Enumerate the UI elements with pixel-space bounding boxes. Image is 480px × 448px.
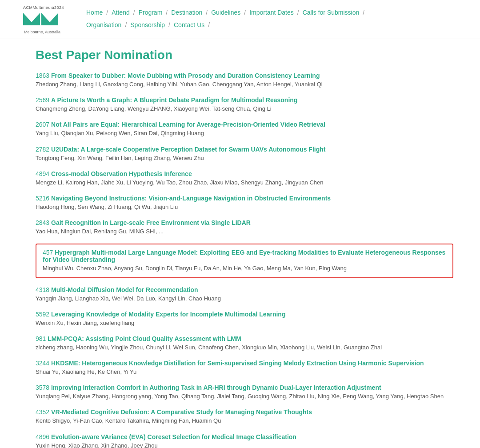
nav-area: Home/Attend/Program/Destination/Guidelin… xyxy=(84,4,366,29)
paper-title[interactable]: Multi-Modal Diffusion Model for Recommen… xyxy=(51,286,198,293)
paper-title[interactable]: Navigating Beyond Instructions: Vision-a… xyxy=(51,195,331,202)
nav-item-important-dates[interactable]: Important Dates xyxy=(248,8,296,17)
nav-item-sponsorship[interactable]: Sponsorship xyxy=(128,20,167,29)
paper-authors: Haodong Hong, Sen Wang, Zi Huang, Qi Wu,… xyxy=(36,203,453,211)
paper-entry: 4352 VR-Mediated Cognitive Defusion: A C… xyxy=(36,408,453,425)
paper-authors: Kento Shigyo, Yi-Fan Cao, Kentaro Takahi… xyxy=(36,417,453,425)
paper-title-line: 3578 Improving Interaction Comfort in Au… xyxy=(36,384,453,391)
logo-area: ACMMultimedia2024 Melbourne, Australia xyxy=(13,4,71,34)
paper-id: 4896 xyxy=(36,433,51,440)
nav-item-organisation[interactable]: Organisation xyxy=(84,20,123,29)
paper-title-line: 2843 Gait Recognition in Large-scale Fre… xyxy=(36,219,453,226)
paper-title-line: 4318 Multi-Modal Diffusion Model for Rec… xyxy=(36,286,453,293)
paper-entry: 2782 U2UData: A Large-scale Cooperative … xyxy=(36,146,453,162)
paper-title-line: 4894 Cross-modal Observation Hypothesis … xyxy=(36,170,453,177)
paper-title-line: 5216 Navigating Beyond Instructions: Vis… xyxy=(36,195,453,202)
paper-entry: 2843 Gait Recognition in Large-scale Fre… xyxy=(36,219,453,236)
paper-entry: 2607 Not All Pairs are Equal: Hierarchic… xyxy=(36,121,453,137)
nav-sep: / xyxy=(297,9,299,16)
nav-sep: / xyxy=(125,21,127,28)
logo-box: ACMMultimedia2024 xyxy=(22,4,62,29)
paper-entry: 3578 Improving Interaction Comfort in Au… xyxy=(36,384,453,400)
nav-sep: / xyxy=(363,9,364,16)
paper-title[interactable]: Evolution-aware VAriance (EVA) Coreset S… xyxy=(51,433,296,440)
paper-title-line: 4352 VR-Mediated Cognitive Defusion: A C… xyxy=(36,408,453,416)
paper-id: 2782 xyxy=(36,146,51,153)
paper-authors: Changmeng Zheng, DaYong Liang, Wengyu ZH… xyxy=(36,105,453,113)
paper-authors: Yuxin Hong, Xiao Zhang, Xin Zhang, Joey … xyxy=(36,442,453,448)
paper-id: 1863 xyxy=(36,72,51,79)
paper-title[interactable]: Leveraging Knowledge of Modality Experts… xyxy=(51,311,285,318)
paper-id: 2607 xyxy=(36,121,51,128)
nav-sep: / xyxy=(133,9,135,16)
nav-sep: / xyxy=(106,9,108,16)
paper-entry: 4894 Cross-modal Observation Hypothesis … xyxy=(36,170,453,187)
paper-title-line: 2607 Not All Pairs are Equal: Hierarchic… xyxy=(36,121,453,128)
header: ACMMultimedia2024 Melbourne, Australia H… xyxy=(0,0,480,39)
paper-title[interactable]: Improving Interaction Comfort in Authori… xyxy=(51,384,381,391)
paper-title[interactable]: VR-Mediated Cognitive Defusion: A Compar… xyxy=(51,408,312,416)
papers-list: 1863 From Speaker to Dubber: Movie Dubbi… xyxy=(36,72,453,448)
paper-entry: 2569 A Picture Is Worth a Graph: A Bluep… xyxy=(36,96,453,113)
paper-authors: zicheng zhang, Haoning Wu, Yingjie Zhou,… xyxy=(36,344,453,352)
nav-item-program[interactable]: Program xyxy=(137,8,164,17)
paper-id: 4318 xyxy=(36,286,51,293)
nav-row-2: Organisation/Sponsorship/Contact Us/ xyxy=(84,20,366,29)
paper-title-line: 4896 Evolution-aware VAriance (EVA) Core… xyxy=(36,433,453,440)
nav-sep: / xyxy=(166,9,168,16)
paper-title-line: 5592 Leveraging Knowledge of Modality Ex… xyxy=(36,311,453,318)
paper-id: 457 xyxy=(43,249,55,256)
nav-item-destination[interactable]: Destination xyxy=(169,8,204,17)
paper-title[interactable]: From Speaker to Dubber: Movie Dubbing wi… xyxy=(51,72,320,79)
paper-title-line: 457 Hypergraph Multi-modal Large Languag… xyxy=(43,249,446,263)
paper-id: 5216 xyxy=(36,195,51,202)
nav-sep: / xyxy=(168,21,170,28)
logo-mm-shapes xyxy=(23,10,62,25)
logo-m-right xyxy=(41,10,58,25)
paper-authors: Minghui Wu, Chenxu Zhao, Anyang Su, Dong… xyxy=(43,264,446,272)
acm-logo-text: ACMMultimedia2024 xyxy=(23,5,64,10)
main-content: Best Paper Nomination 1863 From Speaker … xyxy=(0,39,480,448)
paper-title-line: 2569 A Picture Is Worth a Graph: A Bluep… xyxy=(36,96,453,104)
paper-id: 4352 xyxy=(36,408,51,416)
nav-item-calls-for-submission[interactable]: Calls for Submission xyxy=(301,8,361,17)
paper-title[interactable]: Not All Pairs are Equal: Hierarchical Le… xyxy=(51,121,325,128)
paper-id: 5592 xyxy=(36,311,51,318)
paper-title-line: 3244 HKDSME: Heterogeneous Knowledge Dis… xyxy=(36,360,453,367)
nav-item-home[interactable]: Home xyxy=(84,8,104,17)
paper-entry: 5592 Leveraging Knowledge of Modality Ex… xyxy=(36,311,453,327)
paper-title[interactable]: LMM-PCQA: Assisting Point Cloud Quality … xyxy=(48,335,241,342)
paper-entry: 4896 Evolution-aware VAriance (EVA) Core… xyxy=(36,433,453,448)
logo-m-left xyxy=(23,10,40,25)
logo-subtitle: Melbourne, Australia xyxy=(24,30,60,34)
paper-title[interactable]: HKDSME: Heterogeneous Knowledge Distilla… xyxy=(51,360,424,367)
nav-sep: / xyxy=(244,9,246,16)
paper-authors: Zhedong Zhang, Liang Li, Gaoxiang Cong, … xyxy=(36,80,453,88)
paper-authors: Tongtong Feng, Xin Wang, Feilin Han, Lep… xyxy=(36,154,453,162)
paper-title[interactable]: Cross-modal Observation Hypothesis Infer… xyxy=(51,170,192,177)
nav-item-contact-us[interactable]: Contact Us xyxy=(172,20,206,29)
page-title: Best Paper Nomination xyxy=(36,48,453,62)
nav-item-guidelines[interactable]: Guidelines xyxy=(209,8,242,17)
paper-id: 3578 xyxy=(36,384,51,391)
paper-authors: Shuai Yu, Xiaoliang He, Ke Chen, Yi Yu xyxy=(36,368,453,376)
paper-id: 2569 xyxy=(36,96,51,104)
paper-title-line: 2782 U2UData: A Large-scale Cooperative … xyxy=(36,146,453,153)
nav-sep: / xyxy=(208,21,210,28)
paper-id: 3244 xyxy=(36,360,51,367)
paper-title[interactable]: Gait Recognition in Large-scale Free Env… xyxy=(51,219,251,226)
paper-title[interactable]: U2UData: A Large-scale Cooperative Perce… xyxy=(51,146,325,153)
nav-row-1: Home/Attend/Program/Destination/Guidelin… xyxy=(84,8,366,17)
paper-entry: 457 Hypergraph Multi-modal Large Languag… xyxy=(36,244,453,278)
paper-id: 981 xyxy=(36,335,48,342)
nav-sep: / xyxy=(206,9,208,16)
paper-authors: Yangqin Jiang, Lianghao Xia, Wei Wei, Da… xyxy=(36,295,453,303)
paper-id: 2843 xyxy=(36,219,51,226)
paper-title-line: 1863 From Speaker to Dubber: Movie Dubbi… xyxy=(36,72,453,79)
paper-authors: Yunqiang Pei, Kaiyue Zhang, Hongrong yan… xyxy=(36,392,453,400)
paper-title[interactable]: A Picture Is Worth a Graph: A Blueprint … xyxy=(51,96,297,104)
paper-id: 4894 xyxy=(36,170,51,177)
paper-entry: 4318 Multi-Modal Diffusion Model for Rec… xyxy=(36,286,453,303)
nav-item-attend[interactable]: Attend xyxy=(110,8,131,17)
paper-title[interactable]: Hypergraph Multi-modal Large Language Mo… xyxy=(43,249,445,263)
